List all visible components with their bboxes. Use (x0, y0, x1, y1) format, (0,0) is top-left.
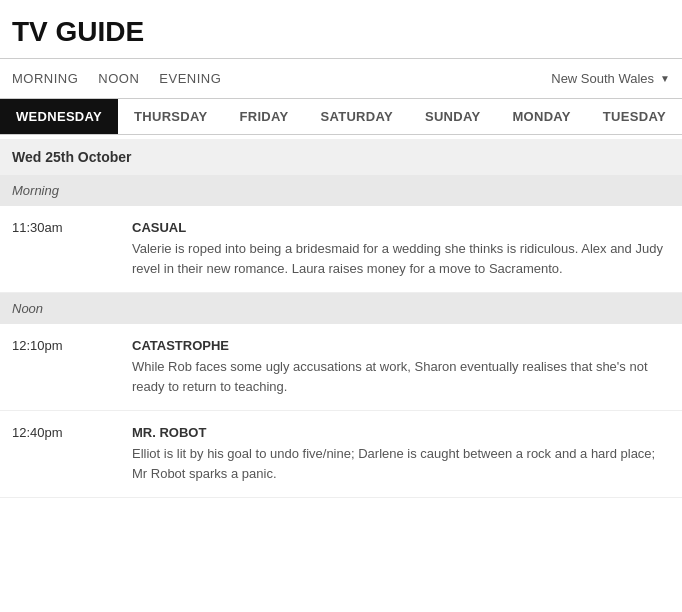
program-time-1130am: 11:30am (12, 220, 132, 278)
day-nav: WEDNESDAY THURSDAY FRIDAY SATURDAY SUNDA… (0, 99, 682, 135)
program-row-catastrophe: 12:10pm CATASTROPHE While Rob faces some… (0, 324, 682, 411)
day-saturday[interactable]: SATURDAY (304, 99, 408, 134)
program-time-1210pm: 12:10pm (12, 338, 132, 396)
program-desc-mrrobot: Elliot is lit by his goal to undo five/n… (132, 444, 670, 483)
section-noon-header: Noon (0, 293, 682, 324)
region-selector[interactable]: New South Wales ▼ (551, 71, 670, 86)
section-morning: Morning 11:30am CASUAL Valerie is roped … (0, 175, 682, 293)
program-row-casual: 11:30am CASUAL Valerie is roped into bei… (0, 206, 682, 293)
program-info-mrrobot: MR. ROBOT Elliot is lit by his goal to u… (132, 425, 670, 483)
program-info-casual: CASUAL Valerie is roped into being a bri… (132, 220, 670, 278)
time-evening[interactable]: EVENING (159, 71, 221, 86)
program-desc-catastrophe: While Rob faces some ugly accusations at… (132, 357, 670, 396)
day-friday[interactable]: FRIDAY (223, 99, 304, 134)
program-title-catastrophe: CATASTROPHE (132, 338, 670, 353)
program-title-casual: CASUAL (132, 220, 670, 235)
chevron-down-icon: ▼ (660, 73, 670, 84)
region-label: New South Wales (551, 71, 654, 86)
program-title-mrrobot: MR. ROBOT (132, 425, 670, 440)
program-row-mrrobot: 12:40pm MR. ROBOT Elliot is lit by his g… (0, 411, 682, 498)
day-sunday[interactable]: SUNDAY (409, 99, 497, 134)
program-info-catastrophe: CATASTROPHE While Rob faces some ugly ac… (132, 338, 670, 396)
program-time-1240pm: 12:40pm (12, 425, 132, 483)
program-desc-casual: Valerie is roped into being a bridesmaid… (132, 239, 670, 278)
time-of-day-nav: MORNING NOON EVENING (12, 71, 551, 86)
page-title: TV GUIDE (0, 0, 682, 58)
time-noon[interactable]: NOON (98, 71, 139, 86)
section-morning-header: Morning (0, 175, 682, 206)
date-header: Wed 25th October (0, 139, 682, 175)
section-noon: Noon 12:10pm CATASTROPHE While Rob faces… (0, 293, 682, 498)
day-tuesday[interactable]: TUESDAY (587, 99, 682, 134)
top-bar: MORNING NOON EVENING New South Wales ▼ (0, 58, 682, 99)
day-monday[interactable]: MONDAY (496, 99, 586, 134)
day-thursday[interactable]: THURSDAY (118, 99, 223, 134)
day-wednesday[interactable]: WEDNESDAY (0, 99, 118, 134)
time-morning[interactable]: MORNING (12, 71, 78, 86)
